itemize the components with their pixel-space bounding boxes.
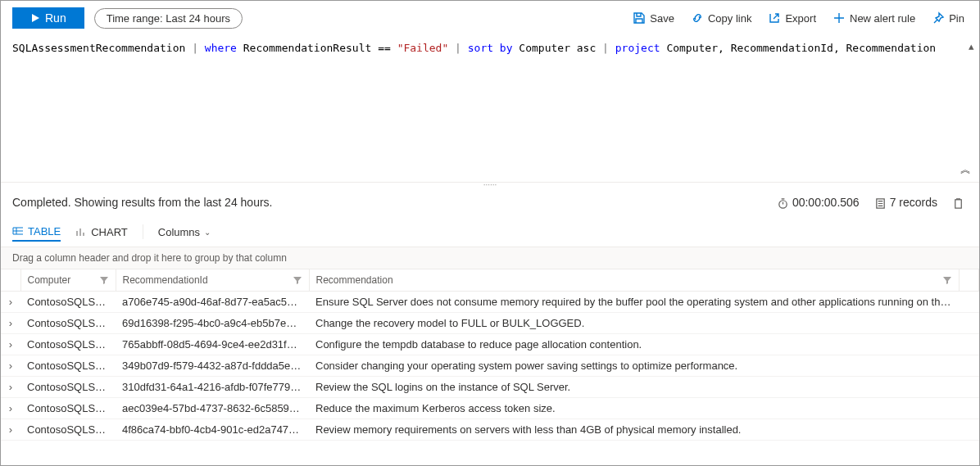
cell-recommendation: Configure the tempdb database to reduce …: [309, 333, 960, 355]
cell-extra: [960, 418, 979, 440]
col-header-recommendation[interactable]: Recommendation: [309, 269, 960, 292]
expand-col-header: [1, 269, 20, 292]
tab-separator: [143, 224, 143, 239]
run-label: Run: [45, 11, 66, 25]
cell-extra: [960, 355, 979, 376]
export-button[interactable]: Export: [764, 10, 819, 26]
table-row: ›ContosoSQLSrv1310dfd31-64a1-4216-afdb-f…: [1, 376, 979, 397]
pin-icon: [932, 11, 945, 25]
chart-icon: [75, 226, 87, 238]
clipboard-icon: [952, 197, 964, 210]
cell-recommendationid: 310dfd31-64a1-4216-afdb-f07fe77972ca: [116, 376, 309, 397]
cell-recommendationid: 349b07d9-f579-4432-a87d-fddda5e63c...: [116, 355, 309, 376]
col-header-extra: [960, 269, 979, 292]
tab-chart[interactable]: CHART: [75, 224, 128, 241]
cell-recommendation: Ensure SQL Server does not consume memor…: [309, 291, 960, 312]
expand-row-button[interactable]: ›: [1, 333, 20, 355]
cell-computer: ContosoSQLSrv1: [20, 397, 116, 418]
tab-table-label: TABLE: [28, 225, 61, 238]
cell-computer: ContosoSQLSrv1: [20, 376, 116, 397]
query-text: SQLAssessmentRecommendation | where Reco…: [1, 35, 979, 61]
status-text: Completed. Showing results from the last…: [12, 196, 273, 209]
table-icon: [12, 225, 24, 237]
cell-extra: [960, 397, 979, 418]
expand-row-button[interactable]: ›: [1, 376, 20, 397]
table-row: ›ContosoSQLSrv14f86ca74-bbf0-4cb4-901c-e…: [1, 418, 979, 440]
filter-icon[interactable]: [942, 275, 952, 285]
copy-results-button[interactable]: [952, 196, 968, 210]
cell-recommendationid: a706e745-a90d-46af-8d77-ea5ac51a233c: [116, 291, 309, 312]
play-icon: [30, 13, 40, 23]
cell-computer: ContosoSQLSrv1: [20, 291, 116, 312]
export-icon: [768, 11, 781, 25]
cell-recommendationid: 4f86ca74-bbf0-4cb4-901c-ed2a7476602b: [116, 418, 309, 440]
cell-extra: [960, 291, 979, 312]
col-header-computer[interactable]: Computer: [20, 269, 116, 292]
filter-icon[interactable]: [293, 275, 302, 285]
table-row: ›ContosoSQLSrv1a706e745-a90d-46af-8d77-e…: [1, 291, 979, 312]
expand-row-button[interactable]: ›: [1, 397, 20, 418]
cell-recommendation: Consider changing your operating system …: [309, 355, 960, 376]
save-icon: [633, 11, 646, 25]
pin-button[interactable]: Pin: [928, 10, 968, 26]
save-button[interactable]: Save: [629, 10, 678, 26]
col-header-recommendationid[interactable]: RecommendationId: [116, 269, 309, 292]
plus-icon: [833, 11, 846, 25]
results-table: Computer RecommendationId Recommendation…: [1, 269, 979, 441]
export-label: Export: [785, 12, 816, 25]
cell-recommendationid: aec039e4-57bd-4737-8632-6c58593d4...: [116, 397, 309, 418]
record-count: 7 records: [874, 196, 937, 210]
records-icon: [874, 197, 887, 210]
table-row: ›ContosoSQLSrv1349b07d9-f579-4432-a87d-f…: [1, 355, 979, 376]
expand-row-button[interactable]: ›: [1, 418, 20, 440]
cell-computer: ContosoSQLSrv1: [20, 312, 116, 333]
cell-extra: [960, 312, 979, 333]
table-row: ›ContosoSQLSrv1aec039e4-57bd-4737-8632-6…: [1, 397, 979, 418]
expand-row-button[interactable]: ›: [1, 312, 20, 333]
query-editor[interactable]: ▴ SQLAssessmentRecommendation | where Re…: [1, 35, 979, 183]
cell-recommendation: Reduce the maximum Kerberos access token…: [309, 397, 960, 418]
cell-recommendation: Change the recovery model to FULL or BUL…: [309, 312, 960, 333]
svg-rect-2: [955, 200, 962, 208]
pin-label: Pin: [949, 12, 964, 25]
cell-extra: [960, 333, 979, 355]
cell-recommendationid: 69d16398-f295-4bc0-a9c4-eb5b7e7096...: [116, 312, 309, 333]
cell-computer: ContosoSQLSrv1: [20, 418, 116, 440]
copy-link-label: Copy link: [708, 12, 751, 25]
new-alert-button[interactable]: New alert rule: [829, 10, 919, 26]
new-alert-label: New alert rule: [850, 12, 915, 25]
status-bar: Completed. Showing results from the last…: [1, 188, 979, 218]
duration: 00:00:00.506: [777, 196, 860, 210]
columns-dropdown[interactable]: Columns ⌄: [158, 224, 211, 241]
cell-recommendation: Review memory requirements on servers wi…: [309, 418, 960, 440]
filter-icon[interactable]: [99, 275, 109, 285]
link-icon: [691, 11, 704, 25]
save-label: Save: [650, 12, 674, 25]
table-row: ›ContosoSQLSrv1765abbff-08d5-4694-9ce4-e…: [1, 333, 979, 355]
tab-chart-label: CHART: [91, 226, 128, 238]
chevron-down-icon: ⌄: [204, 228, 211, 237]
cell-computer: ContosoSQLSrv1: [20, 333, 116, 355]
time-range-pill[interactable]: Time range: Last 24 hours: [94, 8, 243, 29]
cell-recommendationid: 765abbff-08d5-4694-9ce4-ee2d31fe0dca: [116, 333, 309, 355]
time-range-value: Last 24 hours: [166, 12, 230, 25]
expand-row-button[interactable]: ›: [1, 291, 20, 312]
tab-table[interactable]: TABLE: [12, 223, 61, 242]
cell-recommendation: Review the SQL logins on the instance of…: [309, 376, 960, 397]
result-tabs: TABLE CHART Columns ⌄: [1, 218, 979, 247]
table-row: ›ContosoSQLSrv169d16398-f295-4bc0-a9c4-e…: [1, 312, 979, 333]
stopwatch-icon: [777, 197, 789, 210]
cell-extra: [960, 376, 979, 397]
copy-link-button[interactable]: Copy link: [687, 10, 755, 26]
time-range-label: Time range:: [107, 12, 163, 25]
scroll-up-icon[interactable]: ▴: [969, 40, 974, 52]
expand-row-button[interactable]: ›: [1, 355, 20, 376]
cell-computer: ContosoSQLSrv1: [20, 355, 116, 376]
toolbar: Run Time range: Last 24 hours Save Copy …: [1, 1, 979, 35]
run-button[interactable]: Run: [12, 7, 84, 29]
collapse-chevron-icon[interactable]: ︽: [960, 162, 971, 177]
columns-label: Columns: [158, 226, 200, 238]
group-by-hint[interactable]: Drag a column header and drop it here to…: [1, 247, 979, 269]
